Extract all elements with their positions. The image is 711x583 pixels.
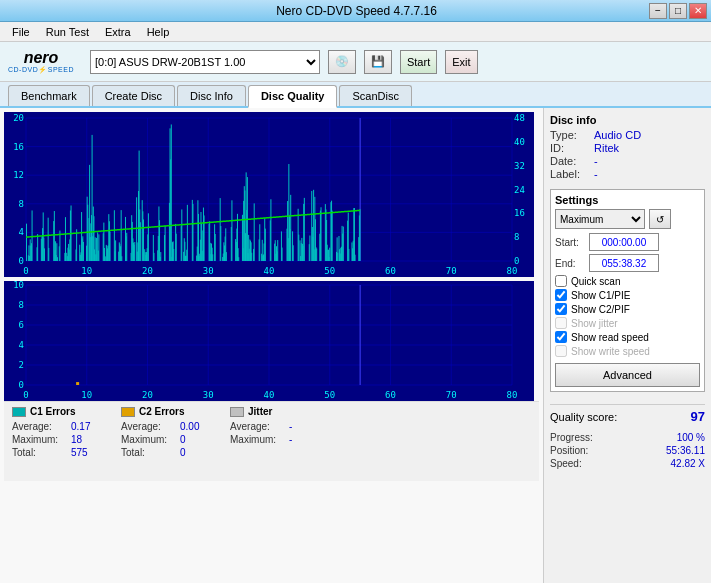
show-c2pif-checkbox[interactable] bbox=[555, 303, 567, 315]
toolbar: nero CD-DVD⚡SPEED [0:0] ASUS DRW-20B1ST … bbox=[0, 42, 711, 82]
c1-legend-title: C1 Errors bbox=[12, 406, 101, 417]
refresh-button[interactable]: ↺ bbox=[649, 209, 671, 229]
nero-logo: nero CD-DVD⚡SPEED bbox=[8, 50, 74, 74]
nero-logo-text: nero bbox=[24, 50, 59, 66]
titlebar: Nero CD-DVD Speed 4.7.7.16 − □ ✕ bbox=[0, 0, 711, 22]
quick-scan-checkbox[interactable] bbox=[555, 275, 567, 287]
tab-create-disc[interactable]: Create Disc bbox=[92, 85, 175, 106]
window-controls: − □ ✕ bbox=[649, 3, 707, 19]
show-read-speed-checkbox[interactable] bbox=[555, 331, 567, 343]
top-chart bbox=[4, 112, 534, 277]
drive-icon-button[interactable]: 💿 bbox=[328, 50, 356, 74]
tab-disc-quality[interactable]: Disc Quality bbox=[248, 85, 338, 108]
exit-button[interactable]: Exit bbox=[445, 50, 477, 74]
save-button[interactable]: 💾 bbox=[364, 50, 392, 74]
end-time-input[interactable] bbox=[589, 254, 659, 272]
progress-section: Progress: 100 % Position: 55:36.11 Speed… bbox=[550, 432, 705, 471]
menu-help[interactable]: Help bbox=[139, 24, 178, 40]
menu-runtest[interactable]: Run Test bbox=[38, 24, 97, 40]
disc-info-section: Disc info Type:Audio CD ID:Ritek Date:- … bbox=[550, 114, 705, 181]
show-write-speed-label: Show write speed bbox=[571, 346, 650, 357]
show-write-speed-checkbox[interactable] bbox=[555, 345, 567, 357]
quality-score-row: Quality score: 97 bbox=[550, 404, 705, 424]
menubar: File Run Test Extra Help bbox=[0, 22, 711, 42]
show-jitter-row: Show jitter bbox=[555, 317, 700, 329]
jitter-legend-title: Jitter bbox=[230, 406, 319, 417]
quick-scan-label: Quick scan bbox=[571, 276, 620, 287]
show-c1pie-label: Show C1/PIE bbox=[571, 290, 630, 301]
quick-scan-row: Quick scan bbox=[555, 275, 700, 287]
show-c1pie-row: Show C1/PIE bbox=[555, 289, 700, 301]
start-time-input[interactable] bbox=[589, 233, 659, 251]
start-time-row: Start: bbox=[555, 233, 700, 251]
start-button[interactable]: Start bbox=[400, 50, 437, 74]
menu-extra[interactable]: Extra bbox=[97, 24, 139, 40]
speed-dropdown-row: Maximum ↺ bbox=[555, 209, 700, 229]
close-button[interactable]: ✕ bbox=[689, 3, 707, 19]
legend: C1 Errors Average:0.17 Maximum:18 Total:… bbox=[4, 401, 539, 481]
show-jitter-checkbox[interactable] bbox=[555, 317, 567, 329]
nero-logo-sub: CD-DVD⚡SPEED bbox=[8, 66, 74, 74]
show-c1pie-checkbox[interactable] bbox=[555, 289, 567, 301]
bottom-chart bbox=[4, 281, 534, 401]
c2-color-swatch bbox=[121, 407, 135, 417]
menu-file[interactable]: File bbox=[4, 24, 38, 40]
show-write-speed-row: Show write speed bbox=[555, 345, 700, 357]
drive-selector[interactable]: [0:0] ASUS DRW-20B1ST 1.00 bbox=[90, 50, 320, 74]
show-read-speed-label: Show read speed bbox=[571, 332, 649, 343]
main-content: C1 Errors Average:0.17 Maximum:18 Total:… bbox=[0, 108, 711, 583]
show-c2pif-row: Show C2/PIF bbox=[555, 303, 700, 315]
chart-area: C1 Errors Average:0.17 Maximum:18 Total:… bbox=[0, 108, 543, 583]
title-text: Nero CD-DVD Speed 4.7.7.16 bbox=[64, 4, 649, 18]
settings-title: Settings bbox=[555, 194, 700, 206]
minimize-button[interactable]: − bbox=[649, 3, 667, 19]
disc-info-title: Disc info bbox=[550, 114, 705, 126]
maximize-button[interactable]: □ bbox=[669, 3, 687, 19]
show-c2pif-label: Show C2/PIF bbox=[571, 304, 630, 315]
right-panel: Disc info Type:Audio CD ID:Ritek Date:- … bbox=[543, 108, 711, 583]
speed-dropdown[interactable]: Maximum bbox=[555, 209, 645, 229]
c2-legend: C2 Errors Average:0.00 Maximum:0 Total:0 bbox=[121, 406, 210, 477]
c1-legend: C1 Errors Average:0.17 Maximum:18 Total:… bbox=[12, 406, 101, 477]
show-jitter-label: Show jitter bbox=[571, 318, 618, 329]
jitter-color-swatch bbox=[230, 407, 244, 417]
tab-benchmark[interactable]: Benchmark bbox=[8, 85, 90, 106]
bottom-chart-container bbox=[4, 281, 539, 401]
top-chart-container bbox=[4, 112, 539, 277]
c2-legend-title: C2 Errors bbox=[121, 406, 210, 417]
jitter-legend: Jitter Average:- Maximum:- bbox=[230, 406, 319, 477]
settings-section: Settings Maximum ↺ Start: End: Quick sca… bbox=[550, 189, 705, 392]
tab-disc-info[interactable]: Disc Info bbox=[177, 85, 246, 106]
advanced-button[interactable]: Advanced bbox=[555, 363, 700, 387]
c1-color-swatch bbox=[12, 407, 26, 417]
tab-scandisc[interactable]: ScanDisc bbox=[339, 85, 411, 106]
tabs: Benchmark Create Disc Disc Info Disc Qua… bbox=[0, 82, 711, 108]
show-read-speed-row: Show read speed bbox=[555, 331, 700, 343]
end-time-row: End: bbox=[555, 254, 700, 272]
